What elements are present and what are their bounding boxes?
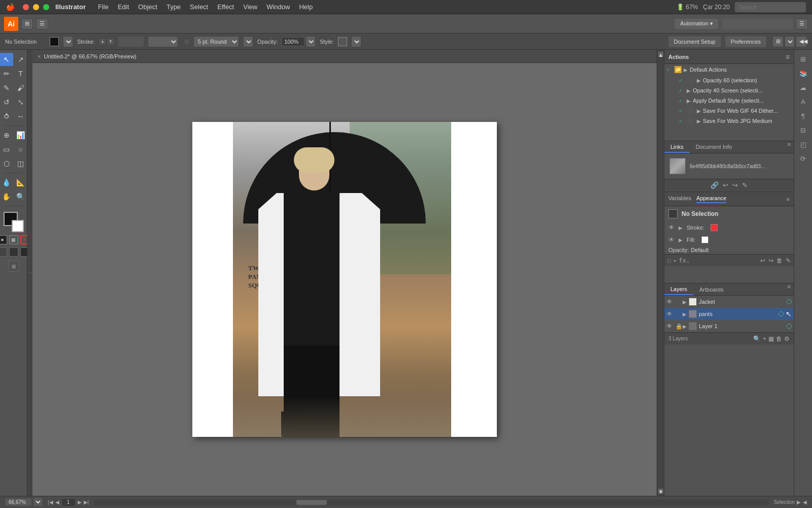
scroll-up-arrow[interactable]: ▲: [658, 52, 663, 57]
links-tab[interactable]: Links: [664, 141, 690, 153]
stroke-color-field[interactable]: [118, 37, 144, 47]
scroll-down-arrow[interactable]: ▼: [658, 489, 663, 494]
automation-button[interactable]: Automation ▾: [674, 18, 719, 29]
scale-tool[interactable]: ⤡: [14, 96, 27, 109]
layer-row-pants[interactable]: 👁 ▶ pants ↖: [664, 308, 794, 320]
stroke-expand-arrow[interactable]: ▶: [679, 225, 683, 231]
layers-new-layer-icon[interactable]: +: [763, 335, 766, 342]
transform-tool[interactable]: ⬡: [0, 157, 13, 170]
canvas-inner[interactable]: TWOPANCRASSQUARE: [32, 63, 657, 496]
actions-group-row[interactable]: ✓ 📁 ▶ Default Actions: [664, 64, 794, 75]
search-field[interactable]: [722, 18, 793, 29]
panel-toggle-button[interactable]: ☰: [796, 18, 808, 29]
pants-target-circle[interactable]: [779, 311, 784, 316]
panel-options-button[interactable]: ⊞: [772, 36, 784, 47]
warp-tool[interactable]: ⥀: [0, 110, 13, 123]
layers-search-icon[interactable]: 🔍: [753, 335, 761, 342]
stroke-down-button[interactable]: ▼: [107, 38, 114, 45]
zoom-tool[interactable]: 🔍: [14, 190, 27, 203]
standard-screen-btn[interactable]: [0, 247, 7, 257]
horizontal-scrollbar[interactable]: [94, 499, 769, 505]
layer1-visibility-icon[interactable]: 👁: [666, 323, 673, 330]
close-button[interactable]: [23, 4, 29, 10]
menu-effect[interactable]: Effect: [217, 3, 234, 11]
minimize-button[interactable]: [33, 4, 39, 10]
brush-tool[interactable]: 🖌: [14, 81, 27, 94]
artboards-tab[interactable]: Artboards: [693, 283, 730, 295]
style-select[interactable]: [351, 36, 361, 47]
brush-select[interactable]: 5 pt. Round: [193, 36, 239, 47]
preferences-button[interactable]: Preferences: [725, 36, 766, 47]
layers-options-icon[interactable]: ⚙: [784, 335, 790, 342]
next-page-button[interactable]: ▶: [78, 499, 82, 505]
appearance-undo-icon[interactable]: ↩: [760, 257, 765, 264]
appearance-menu-icon[interactable]: ≡: [787, 196, 790, 202]
links-panel-menu[interactable]: ≡: [788, 141, 794, 153]
action-item-gif[interactable]: ✓ ▶ Save For Web GIF 64 Dither...: [664, 106, 794, 116]
artboard-arrow[interactable]: ◀: [803, 499, 807, 505]
rotate-tool[interactable]: ↺: [0, 96, 13, 109]
appearance-redo-icon[interactable]: ↪: [768, 257, 773, 264]
jacket-expand-arrow[interactable]: ▶: [683, 299, 687, 305]
doc-setup-button[interactable]: Document Setup: [668, 36, 721, 47]
pants-visibility-icon[interactable]: 👁: [666, 310, 673, 318]
fill-expand-arrow[interactable]: ▶: [679, 237, 683, 243]
links-back-icon[interactable]: ↩: [723, 181, 728, 189]
full-screen-btn[interactable]: [9, 247, 18, 257]
layers-delete-icon[interactable]: 🗑: [776, 335, 782, 342]
direct-selection-tool[interactable]: ↗: [14, 53, 27, 66]
stroke-color-swatch[interactable]: [710, 224, 718, 231]
layer-row-jacket[interactable]: 👁 ▶ Jacket: [664, 296, 794, 308]
menu-view[interactable]: View: [243, 3, 257, 11]
jacket-visibility-icon[interactable]: 👁: [666, 298, 673, 305]
action-item-opacity40[interactable]: ✓ ▶ Opacity 40 Screen (selecti...: [664, 85, 794, 96]
transform-panel-icon[interactable]: ⟳: [797, 152, 809, 165]
fullscreen-button[interactable]: [43, 4, 49, 10]
links-chain-icon[interactable]: 🔗: [710, 181, 719, 189]
stroke-up-button[interactable]: ▲: [99, 38, 106, 45]
pen-tool[interactable]: ✏: [0, 67, 13, 80]
ellipse-tool[interactable]: ○: [14, 143, 27, 156]
color-mode-btn[interactable]: ■: [0, 235, 7, 244]
arrange-button[interactable]: ☰: [36, 18, 48, 29]
shape-builder-tool[interactable]: ⊕: [0, 129, 13, 142]
align-icon[interactable]: ⊟: [797, 124, 809, 136]
menu-type[interactable]: Type: [166, 3, 181, 11]
style-swatch[interactable]: [338, 37, 347, 46]
scroll-thumb[interactable]: [296, 500, 327, 505]
links-forward-icon[interactable]: ↪: [732, 181, 738, 189]
menu-object[interactable]: Object: [138, 3, 157, 11]
appearance-square-btn[interactable]: □: [667, 258, 671, 264]
selection-arrow[interactable]: ▶: [797, 499, 801, 505]
layers-arrange-icon[interactable]: ▦: [768, 335, 774, 342]
character-styles-icon[interactable]: A: [797, 96, 809, 108]
left-collapse-handle[interactable]: ⋮: [27, 50, 32, 496]
menu-file[interactable]: File: [98, 3, 109, 11]
menu-window[interactable]: Window: [266, 3, 290, 11]
view-mode-button[interactable]: ⊞: [21, 18, 33, 29]
gradient-tool[interactable]: ◫: [14, 157, 27, 170]
menu-help[interactable]: Help: [299, 3, 313, 11]
cc-libraries-icon[interactable]: ☁: [797, 81, 809, 93]
pencil-tool[interactable]: ✎: [0, 81, 13, 94]
fill-visibility-icon[interactable]: 👁: [668, 236, 674, 243]
appearance-tab[interactable]: Appearance: [696, 195, 726, 203]
page-input[interactable]: [61, 498, 76, 506]
group-expand-arrow[interactable]: ▶: [684, 67, 688, 73]
last-page-button[interactable]: ▶|: [84, 499, 89, 505]
libraries-icon[interactable]: 📚: [797, 67, 809, 79]
tab-close-button[interactable]: ×: [38, 53, 41, 59]
stroke-visibility-icon[interactable]: 👁: [668, 224, 674, 231]
rectangle-tool[interactable]: ▭: [0, 143, 13, 156]
jacket-target-circle[interactable]: [787, 299, 792, 304]
measure-tool[interactable]: 📐: [14, 176, 27, 189]
appearance-square2-btn[interactable]: ▪: [674, 258, 676, 264]
appearance-fx-btn[interactable]: fx.: [679, 257, 690, 264]
search-input[interactable]: [735, 2, 806, 12]
content-panel-btn[interactable]: ⊞: [8, 261, 19, 272]
layer1-target-circle[interactable]: [787, 324, 792, 329]
collapse-button[interactable]: ◀◀: [796, 36, 807, 47]
layers-menu-icon[interactable]: ≡: [788, 283, 794, 295]
eyedropper-tool[interactable]: 💧: [0, 176, 13, 189]
appearance-pencil-icon[interactable]: ✎: [786, 257, 791, 264]
